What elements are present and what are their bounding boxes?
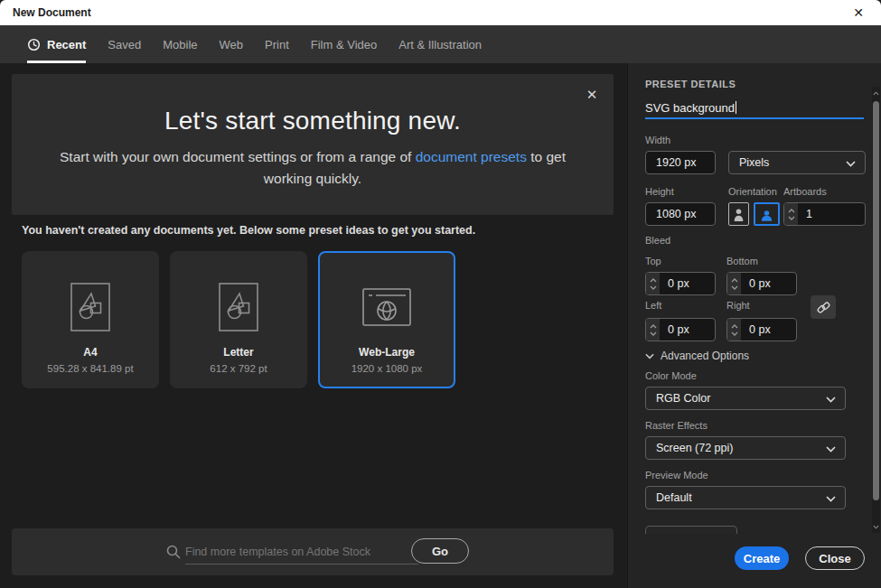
- preset-name: A4: [23, 346, 157, 359]
- bleed-bottom-value: 0 px: [741, 273, 796, 294]
- bleed-left-stepper[interactable]: 0 px: [645, 318, 716, 341]
- artboards-stepper-arrows[interactable]: [784, 203, 798, 225]
- units-dropdown[interactable]: Pixels: [728, 151, 866, 174]
- browser-globe-icon: [362, 288, 411, 326]
- chevron-down-icon: [731, 285, 738, 290]
- stepper-arrows[interactable]: [727, 273, 741, 294]
- tab-label: Print: [265, 38, 289, 51]
- tab-label: Film & Video: [311, 38, 377, 51]
- document-shapes-icon: [219, 283, 258, 331]
- stock-search-input[interactable]: [185, 539, 418, 565]
- link-chain-icon: [816, 300, 831, 315]
- tab-label: Mobile: [163, 38, 197, 51]
- artboards-stepper[interactable]: 1: [783, 202, 866, 226]
- document-shapes-icon: [70, 283, 110, 331]
- tab-label: Web: [220, 38, 244, 51]
- bleed-top-label: Top: [645, 256, 661, 266]
- chevron-up-icon: [788, 209, 795, 213]
- preset-size: 612 x 792 pt: [172, 363, 305, 374]
- hero-banner: ✕ Let's start something new. Start with …: [12, 74, 614, 215]
- tab-mobile[interactable]: Mobile: [163, 25, 197, 63]
- tab-label: Saved: [108, 38, 141, 51]
- tab-label: Art & Illustration: [398, 38, 482, 51]
- chevron-up-icon: [650, 278, 657, 283]
- tab-film-video[interactable]: Film & Video: [311, 25, 377, 63]
- scrollbar-thumb[interactable]: [873, 101, 879, 500]
- chevron-down-icon: [788, 216, 795, 220]
- document-name-value: SVG background: [645, 101, 735, 115]
- create-button[interactable]: Create: [735, 546, 789, 570]
- chevron-up-icon: [731, 278, 738, 283]
- preset-details-panel: PRESET DETAILS SVG background Width 1920…: [627, 63, 881, 588]
- hero-close-button[interactable]: ✕: [582, 85, 602, 105]
- stepper-arrows[interactable]: [646, 273, 660, 294]
- bleed-bottom-stepper[interactable]: 0 px: [726, 272, 797, 295]
- stepper-arrows[interactable]: [727, 319, 741, 341]
- window-close-button[interactable]: ✕: [845, 0, 872, 25]
- tab-art-illustration[interactable]: Art & Illustration: [398, 25, 482, 63]
- width-label: Width: [645, 135, 670, 145]
- new-document-dialog: New Document ✕ Recent Saved Mobile Web P…: [0, 0, 881, 588]
- stepper-arrows[interactable]: [646, 319, 660, 341]
- raster-effects-value: Screen (72 ppi): [656, 442, 733, 454]
- artboards-label: Artboards: [783, 186, 827, 197]
- height-label: Height: [645, 186, 674, 197]
- scrollbar[interactable]: [872, 87, 880, 533]
- raster-effects-dropdown[interactable]: Screen (72 ppi): [645, 436, 846, 460]
- search-icon: [165, 544, 182, 560]
- bleed-right-stepper[interactable]: 0 px: [726, 318, 797, 341]
- recent-pane: ✕ Let's start something new. Start with …: [0, 63, 627, 588]
- chevron-down-icon: [731, 331, 738, 336]
- color-mode-dropdown[interactable]: RGB Color: [645, 387, 846, 410]
- cutoff-control[interactable]: [645, 526, 737, 534]
- orientation-landscape-button[interactable]: [754, 202, 780, 226]
- preset-card-web-large[interactable]: Web-Large 1920 x 1080 px: [318, 251, 455, 388]
- height-value: 1080 px: [656, 208, 696, 220]
- close-button[interactable]: Close: [805, 546, 865, 570]
- width-input[interactable]: 1920 px: [645, 151, 716, 174]
- bleed-top-stepper[interactable]: 0 px: [645, 272, 716, 295]
- advanced-options-toggle[interactable]: Advanced Options: [645, 350, 749, 362]
- tab-print[interactable]: Print: [265, 25, 289, 63]
- bleed-right-label: Right: [726, 300, 750, 311]
- bleed-left-value: 0 px: [660, 319, 715, 341]
- preset-name: Letter: [172, 346, 305, 359]
- go-button[interactable]: Go: [411, 538, 469, 564]
- bleed-link-toggle[interactable]: [811, 295, 836, 319]
- orientation-portrait-button[interactable]: [728, 202, 749, 226]
- preview-mode-dropdown[interactable]: Default: [645, 486, 846, 509]
- bleed-label: Bleed: [645, 235, 670, 246]
- orientation-label: Orientation: [728, 186, 777, 197]
- document-name-input[interactable]: SVG background: [645, 98, 864, 119]
- bleed-bottom-label: Bottom: [726, 256, 758, 266]
- preset-card-letter[interactable]: Letter 612 x 792 pt: [170, 251, 307, 388]
- tab-saved[interactable]: Saved: [108, 25, 141, 63]
- preview-mode-value: Default: [656, 491, 692, 504]
- advanced-options-label: Advanced Options: [661, 350, 749, 362]
- landscape-person-icon: [759, 210, 774, 222]
- raster-effects-label: Raster Effects: [645, 420, 708, 431]
- tab-web[interactable]: Web: [220, 25, 244, 63]
- chevron-down-icon: [873, 525, 879, 529]
- width-value: 1920 px: [656, 156, 696, 169]
- orientation-toggle: [728, 202, 780, 226]
- adobe-stock-searchbar: Go: [12, 528, 614, 575]
- intro-text: You haven't created any documents yet. B…: [22, 224, 475, 237]
- panel-header: PRESET DETAILS: [645, 79, 736, 89]
- document-presets-link[interactable]: document presets: [416, 149, 527, 164]
- tab-recent[interactable]: Recent: [27, 25, 86, 63]
- hero-subtitle: Start with your own document settings or…: [51, 146, 575, 190]
- chevron-down-icon: [826, 496, 836, 502]
- chevron-up-icon: [650, 324, 657, 329]
- chevron-up-icon: [731, 324, 738, 329]
- close-icon: ✕: [853, 5, 864, 20]
- preset-size: 1920 x 1080 px: [320, 363, 454, 374]
- scroll-down-arrow[interactable]: [872, 522, 880, 531]
- chevron-up-icon: [873, 91, 879, 96]
- scroll-up-arrow[interactable]: [872, 89, 880, 98]
- preset-name: Web-Large: [320, 346, 454, 359]
- bleed-top-value: 0 px: [660, 273, 715, 294]
- preset-card-a4[interactable]: A4 595.28 x 841.89 pt: [22, 251, 159, 388]
- chevron-down-icon: [650, 331, 657, 336]
- height-input[interactable]: 1080 px: [645, 202, 716, 226]
